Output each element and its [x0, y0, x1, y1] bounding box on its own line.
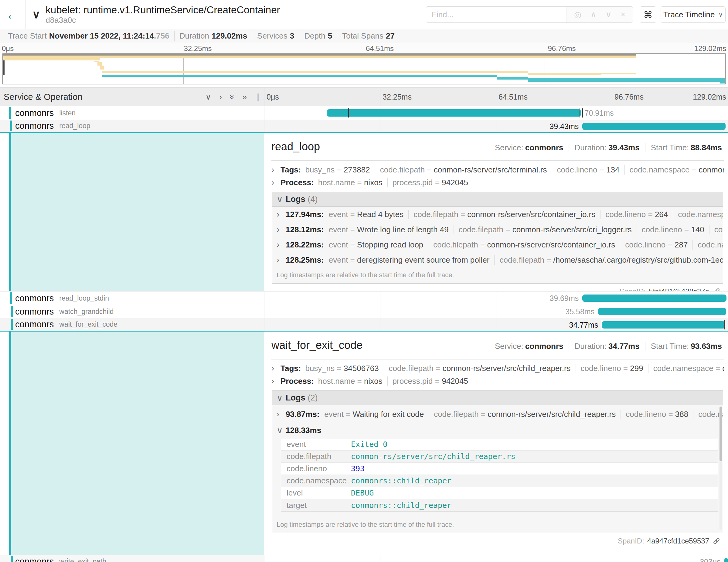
logs-count: (2)	[308, 393, 318, 403]
table-row: level DEBUG	[281, 487, 718, 499]
span-row-read_loop_stdin[interactable]: conmonrs read_loop_stdin 39.69ms	[0, 291, 728, 305]
log-entry[interactable]: › 128.22ms: event = Stopping read loopco…	[272, 237, 723, 252]
clear-find-icon[interactable]: ×	[621, 10, 625, 19]
log-entry[interactable]: › 128.12ms: event = Wrote log line of le…	[272, 222, 723, 237]
log-entry[interactable]: › 127.94ms: event = Read 4 bytescode.fil…	[272, 207, 723, 222]
chevron-right-icon: ›	[271, 178, 281, 187]
collapse-trace-header-icon[interactable]: ∨	[32, 8, 40, 21]
span-row-listen[interactable]: conmonrs listen 70.91ms	[0, 106, 728, 120]
service-name: conmonrs	[15, 121, 54, 131]
find-input[interactable]	[426, 7, 566, 22]
minimap-span-segment	[601, 73, 637, 74]
kv-pair: event = Waiting for exit code	[324, 410, 429, 419]
chevron-down-icon: ∨	[718, 11, 723, 18]
span-bar[interactable]	[724, 558, 728, 562]
detail-indent-panel	[11, 332, 264, 555]
next-match-icon[interactable]: ∨	[605, 10, 611, 19]
time-tick-label: 32.25ms	[184, 44, 212, 53]
span-boundary-tick	[348, 108, 349, 118]
kv-pair: event = Stopping read loop	[329, 240, 428, 250]
span-table-header: Service & Operation ∨ › » » ∥ 0μs32.25ms…	[0, 87, 728, 106]
kv-pair: code.filepath = conmon-rs/server/src/chi…	[384, 364, 576, 373]
span-row-watch_grandchild[interactable]: conmonrs watch_grandchild 35.58ms	[0, 305, 728, 318]
process-accordion[interactable]: › Process: host.name = nixosprocess.pid …	[271, 375, 724, 387]
table-row: event Exited 0	[281, 438, 718, 451]
match-highlight-icon[interactable]: ◎	[574, 10, 581, 19]
trace-start: Trace StartNovember 15 2022, 11:24:14.75…	[3, 31, 175, 41]
table-row: code.lineno 393	[281, 463, 718, 475]
log-timestamp: 128.25ms:	[286, 255, 324, 265]
process-list: host.name = nixosprocess.pid = 942045	[318, 376, 473, 386]
kv-pair: code.namespace = conmon…	[692, 240, 723, 250]
logs-accordion-header[interactable]: ∨ Logs (2)	[272, 391, 723, 405]
scrollbar[interactable]	[719, 407, 722, 530]
kv-pair: code.filepath = conmon-rs/server/src/cri…	[454, 225, 637, 234]
span-id-value: 4a947cfd1ce59537	[647, 537, 709, 545]
tags-accordion[interactable]: › Tags: busy_ns = 273882code.filepath = …	[271, 163, 724, 176]
span-bar[interactable]	[602, 321, 725, 329]
span-row-read_loop[interactable]: conmonrs read_loop 39.43ms	[0, 120, 728, 133]
copy-link-icon[interactable]	[712, 287, 721, 291]
span-boundary-tick	[724, 320, 725, 329]
minimap-span-segment	[97, 62, 102, 66]
kv-pair: process.pid = 942045	[387, 376, 473, 386]
minimap-canvas[interactable]	[2, 53, 726, 84]
span-row-wait_for_exit_code[interactable]: conmonrs wait_for_exit_code 34.77ms	[0, 318, 728, 332]
span-id-value: 5faf48165428c37a	[649, 287, 709, 291]
process-list: host.name = nixosprocess.pid = 942045	[318, 178, 473, 187]
log-entry-expanded[interactable]: ∨ 128.33ms	[272, 423, 723, 438]
minimap-span-segment	[528, 73, 601, 75]
detail-duration: Duration:39.43ms	[569, 143, 645, 152]
process-accordion[interactable]: › Process: host.name = nixosprocess.pid …	[271, 176, 724, 189]
span-id-label: SpanID:	[619, 287, 646, 291]
tags-accordion[interactable]: › Tags: busy_ns = 34506763code.filepath …	[271, 362, 724, 375]
logs-accordion-header[interactable]: ∨ Logs (4)	[272, 192, 723, 207]
copy-link-icon[interactable]	[712, 537, 721, 545]
log-entry[interactable]: › 128.25ms: event = deregistering event …	[272, 252, 723, 267]
column-resize-handle[interactable]: ∥	[256, 92, 260, 102]
span-bar[interactable]	[582, 295, 726, 302]
span-color-bar	[11, 306, 13, 317]
page-title: kubelet: runtime.v1.RuntimeService/Creat…	[46, 4, 280, 16]
log-fields: event = Waiting for exit codecode.filepa…	[324, 410, 723, 419]
table-row: target conmonrs::child_reaper	[281, 499, 718, 511]
time-tick-label: 0μs	[267, 93, 279, 101]
detail-service: Service:conmonrs	[489, 342, 569, 351]
collapse-one-icon[interactable]: ∨	[205, 92, 211, 102]
span-bar[interactable]	[327, 109, 581, 117]
expand-one-icon[interactable]: ›	[219, 92, 222, 102]
span-color-bar	[9, 133, 11, 291]
back-button[interactable]: ←	[0, 0, 26, 29]
kv-pair: code.lineno = 264	[600, 210, 673, 219]
logs-note: Log timestamps are relative to the start…	[272, 517, 723, 533]
span-color-bar	[10, 121, 12, 131]
span-row-write_exit_path[interactable]: conmonrs write_exit_path 303μs	[0, 555, 728, 562]
back-arrow-icon: ←	[6, 7, 19, 22]
expand-all-icon[interactable]: »	[242, 92, 247, 102]
table-row: code.filepath conmon-rs/server/src/child…	[281, 451, 718, 463]
kv-pair: event = Wrote log line of length 49	[329, 225, 454, 234]
app-header: ← ∨ kubelet: runtime.v1.RuntimeService/C…	[0, 0, 728, 29]
span-duration-label: 303μs	[700, 557, 721, 562]
log-fields: event = Read 4 bytescode.filepath = conm…	[329, 210, 723, 219]
operation-name: watch_grandchild	[59, 308, 114, 316]
log-timestamp: 127.94ms:	[286, 210, 324, 219]
keyboard-shortcuts-button[interactable]: ⌘	[640, 6, 656, 23]
span-bar[interactable]	[582, 123, 726, 130]
service-name: conmonrs	[15, 108, 54, 118]
kv-pair: code.filepath = conmon-rs/server/src/con…	[408, 210, 600, 219]
kv-pair: code.namespace = co…	[709, 225, 723, 234]
kv-pair: busy_ns = 273882	[305, 165, 375, 175]
chevron-right-icon: ›	[271, 376, 281, 386]
minimap-span-segment	[497, 77, 528, 80]
detail-start-time: Start Time:88.84ms	[645, 143, 722, 152]
log-timestamp: 128.12ms:	[286, 225, 324, 234]
time-tick-label: 96.76ms	[614, 93, 644, 101]
time-tick-label: 96.76ms	[548, 44, 576, 53]
log-entry[interactable]: › 93.87ms: event = Waiting for exit code…	[272, 405, 723, 423]
span-bar[interactable]	[598, 308, 726, 315]
view-selector-button[interactable]: Trace Timeline ∨	[661, 6, 726, 23]
collapse-all-icon[interactable]: »	[227, 94, 237, 99]
span-color-bar	[10, 292, 12, 304]
prev-match-icon[interactable]: ∧	[590, 10, 597, 19]
